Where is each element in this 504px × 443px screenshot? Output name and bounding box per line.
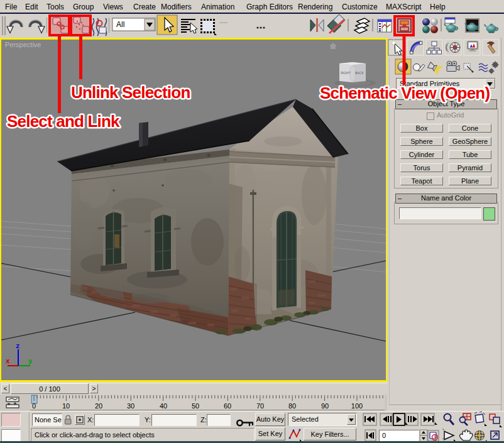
svg-text:50: 50 xyxy=(192,402,199,410)
svg-text:60: 60 xyxy=(224,402,231,410)
svg-text:x: x xyxy=(6,358,10,365)
svg-text:BACK: BACK xyxy=(355,71,364,75)
svg-text:100: 100 xyxy=(351,402,363,410)
svg-text:70: 70 xyxy=(256,402,264,410)
svg-text:90: 90 xyxy=(321,402,329,410)
svg-text:10: 10 xyxy=(62,402,70,410)
svg-text:0: 0 xyxy=(32,402,36,410)
svg-text:z: z xyxy=(16,342,20,350)
svg-text:30: 30 xyxy=(127,402,134,410)
svg-text:80: 80 xyxy=(288,402,296,410)
svg-text:All: All xyxy=(116,20,124,29)
svg-text:20: 20 xyxy=(95,402,102,410)
svg-text:40: 40 xyxy=(160,402,167,410)
svg-text:RIGHT: RIGHT xyxy=(341,71,351,75)
svg-text:y: y xyxy=(28,358,33,365)
